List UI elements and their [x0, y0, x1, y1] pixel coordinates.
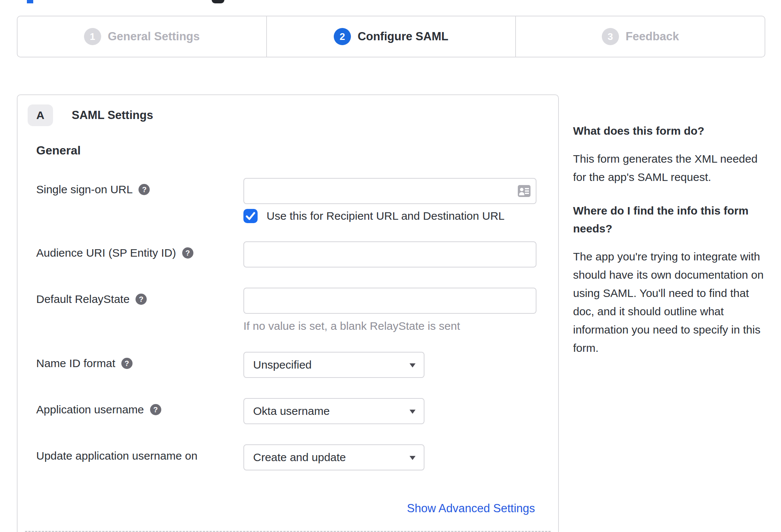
id-card-icon[interactable]: [518, 185, 530, 198]
audience-uri-input[interactable]: [243, 241, 536, 267]
sso-url-label: Single sign-on URL: [36, 183, 133, 196]
name-id-format-row: Name ID format ? Unspecified: [36, 352, 424, 378]
sso-url-input-wrap: [243, 178, 536, 204]
update-username-label: Update application username on: [36, 450, 197, 462]
step-configure-saml[interactable]: 2 Configure SAML: [266, 16, 516, 57]
name-id-format-label: Name ID format: [36, 357, 115, 370]
chevron-down-icon: [410, 363, 416, 367]
application-username-help-icon[interactable]: ?: [150, 404, 161, 415]
recipient-url-checkbox-label[interactable]: Use this for Recipient URL and Destinati…: [267, 210, 505, 222]
name-id-format-value: Unspecified: [253, 359, 312, 371]
audience-uri-row: Audience URI (SP Entity ID) ?: [36, 241, 536, 267]
help-sidebar: What does this form do? This form genera…: [573, 122, 764, 373]
step-2-label: Configure SAML: [358, 30, 448, 43]
cutoff-dark-fragment: [212, 0, 224, 3]
application-username-label: Application username: [36, 403, 144, 416]
section-a-badge: A: [28, 104, 53, 126]
sso-url-row: Single sign-on URL ?: [36, 178, 536, 204]
step-general-settings[interactable]: 1 General Settings: [18, 16, 266, 57]
panel-title: SAML Settings: [72, 109, 153, 122]
chevron-down-icon: [410, 456, 416, 460]
sso-url-label-wrap: Single sign-on URL ?: [36, 178, 243, 196]
help-heading-what: What does this form do?: [573, 122, 764, 140]
audience-uri-label: Audience URI (SP Entity ID): [36, 247, 176, 259]
relaystate-row: Default RelayState ? If no value is set,…: [36, 288, 536, 332]
application-username-label-wrap: Application username ?: [36, 398, 243, 416]
audience-uri-label-wrap: Audience URI (SP Entity ID) ?: [36, 241, 243, 259]
step-feedback[interactable]: 3 Feedback: [515, 16, 765, 57]
panel-header: A SAML Settings: [28, 104, 153, 126]
name-id-format-help-icon[interactable]: ?: [121, 358, 133, 369]
recipient-url-checkbox-row: Use this for Recipient URL and Destinati…: [243, 209, 505, 223]
step-3-label: Feedback: [626, 30, 679, 43]
general-section-title: General: [36, 144, 81, 157]
application-username-select[interactable]: Okta username: [243, 398, 424, 424]
recipient-url-checkbox[interactable]: [243, 209, 258, 223]
relaystate-input[interactable]: [243, 288, 536, 314]
help-heading-where: Where do I find the info this form needs…: [573, 202, 764, 238]
cutoff-blue-fragment: [27, 0, 33, 3]
audience-uri-help-icon[interactable]: ?: [182, 247, 193, 259]
application-username-value: Okta username: [253, 405, 330, 417]
name-id-format-select[interactable]: Unspecified: [243, 352, 424, 378]
step-3-number: 3: [602, 28, 619, 45]
sso-url-input[interactable]: [243, 178, 536, 204]
show-advanced-settings-link[interactable]: Show Advanced Settings: [407, 502, 535, 515]
relaystate-label: Default RelayState: [36, 293, 130, 306]
help-body-where: The app you're trying to integrate with …: [573, 247, 764, 357]
relaystate-control: If no value is set, a blank RelayState i…: [243, 288, 536, 332]
update-username-label-wrap: Update application username on: [36, 444, 243, 462]
chevron-down-icon: [410, 410, 416, 414]
sso-url-help-icon[interactable]: ?: [139, 184, 150, 195]
step-1-label: General Settings: [108, 30, 200, 43]
relaystate-input-wrap: [243, 288, 536, 314]
audience-uri-input-wrap: [243, 241, 536, 267]
step-2-number: 2: [334, 28, 351, 45]
application-username-row: Application username ? Okta username: [36, 398, 424, 424]
update-username-select[interactable]: Create and update: [243, 444, 424, 470]
saml-settings-panel: A SAML Settings General Single sign-on U…: [17, 94, 559, 532]
update-username-row: Update application username on Create an…: [36, 444, 424, 470]
step-1-number: 1: [84, 28, 101, 45]
update-username-value: Create and update: [253, 451, 346, 464]
help-body-what: This form generates the XML needed for t…: [573, 150, 764, 186]
relaystate-label-wrap: Default RelayState ?: [36, 288, 243, 306]
name-id-format-label-wrap: Name ID format ?: [36, 352, 243, 370]
wizard-stepper: 1 General Settings 2 Configure SAML 3 Fe…: [17, 16, 765, 57]
relaystate-hint: If no value is set, a blank RelayState i…: [243, 320, 536, 332]
relaystate-help-icon[interactable]: ?: [136, 294, 147, 305]
